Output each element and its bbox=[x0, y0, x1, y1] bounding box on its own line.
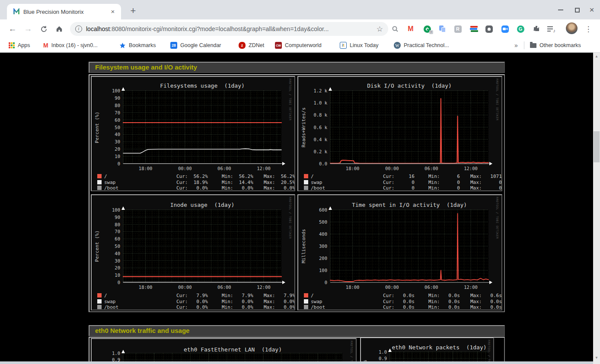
plot-svg bbox=[121, 86, 286, 165]
legend-stat-min: Min: 14.4% bbox=[222, 180, 253, 185]
voice-extension-icon[interactable]: ? bbox=[421, 23, 433, 35]
scrollbar-down-arrow[interactable]: ▼ bbox=[593, 355, 600, 361]
x-tick-label: 00:00 bbox=[379, 166, 405, 171]
profile-avatar[interactable] bbox=[566, 22, 578, 34]
legend-name: / bbox=[311, 174, 314, 179]
bookmark-apps[interactable]: Apps bbox=[9, 38, 30, 52]
legend-stat-cur: Cur: 18.9% bbox=[176, 180, 208, 185]
graph-panel-inode-usage[interactable]: Inode usage (1day)Percent (%)01020304050… bbox=[91, 194, 295, 310]
graph-panel-eth0-lan[interactable]: eth0 FastEthernet LAN (1day)1.00.90.80.7… bbox=[91, 338, 357, 364]
bookmark-bookmarks[interactable]: Bookmarks bbox=[119, 38, 156, 52]
y-tick-label: 0.6 k bbox=[303, 125, 327, 130]
copy-extension-icon[interactable] bbox=[437, 23, 448, 35]
graph-title: Filesystems usage (1day) bbox=[160, 82, 245, 89]
legend-color-box bbox=[304, 186, 308, 190]
video-camera-extension-icon[interactable] bbox=[499, 23, 511, 35]
rrdtool-watermark: RRDTOOL / TOBI OETIKER bbox=[495, 79, 499, 120]
window-maximize-button[interactable] bbox=[571, 5, 583, 15]
y-tick-label: 100 bbox=[96, 207, 120, 212]
y-tick-label: 40 bbox=[96, 132, 120, 137]
legend-name: /boot bbox=[311, 304, 325, 310]
tab-close-icon[interactable]: × bbox=[109, 8, 117, 16]
back-button[interactable]: ← bbox=[7, 23, 18, 35]
y-tick-label: 1.0 bbox=[363, 349, 387, 355]
magnifier-icon bbox=[391, 25, 399, 33]
legend-stat-max: Max: 0.6s bbox=[470, 293, 502, 298]
section-header-filesystem: Filesystem usage and I/O activity bbox=[89, 62, 505, 73]
page-info-icon[interactable]: i bbox=[75, 25, 82, 32]
bookmark-star-icon[interactable]: ☆ bbox=[377, 25, 383, 34]
x-tick-label: 18:00 bbox=[340, 285, 366, 290]
x-tick-label: 12:00 bbox=[458, 166, 484, 171]
legend-stat-max: Max: 1071 bbox=[470, 174, 502, 179]
extensions-puzzle-icon[interactable] bbox=[530, 23, 542, 35]
graph-panel-eth0-packets[interactable]: eth0 Network packets (1day)s/s1.00.90.80… bbox=[360, 337, 494, 364]
y-tick-label: 90 bbox=[96, 95, 120, 101]
scrollbar-up-arrow[interactable]: ▲ bbox=[593, 54, 600, 60]
url-bar[interactable]: i localhost:8080/monitorix-cgi/monitorix… bbox=[70, 22, 388, 36]
y-tick-label: 10 bbox=[96, 272, 120, 278]
x-tick-label: 18:00 bbox=[340, 166, 366, 171]
graph-panel-io-time[interactable]: Time spent in I/O activity (1day)Millise… bbox=[297, 194, 502, 310]
section-header-eth0: eth0 Network traffic and usage bbox=[89, 325, 505, 336]
graph-title: eth0 FastEthernet LAN (1day) bbox=[184, 346, 282, 353]
linux-today-icon: /t bbox=[340, 42, 347, 49]
legend-stat-cur: Cur: 0.0s bbox=[383, 299, 415, 304]
bookmark-google-calendar[interactable]: 28 Google Calendar bbox=[170, 38, 221, 52]
legend-stat-cur: Cur: 56.2% bbox=[176, 174, 208, 179]
library-extension-icon[interactable] bbox=[468, 23, 479, 35]
scrollbar-thumb[interactable] bbox=[594, 131, 600, 162]
graph-panel-disk-io-activity[interactable]: Disk I/O activity (1day)Reads+Writes/s0.… bbox=[297, 76, 502, 191]
legend-stat-min: Min: 7.9% bbox=[222, 293, 253, 298]
bookmarks-overflow-chevron[interactable]: » bbox=[514, 38, 518, 52]
gmail-extension-icon[interactable]: M bbox=[405, 23, 416, 35]
bookmark-computerworld[interactable]: CW Computerworld bbox=[275, 38, 322, 52]
new-tab-button[interactable]: + bbox=[127, 5, 139, 17]
bookmark-zdnet[interactable]: z ZDNet bbox=[239, 38, 264, 52]
y-tick-label: 0 bbox=[303, 280, 327, 285]
page-content: Filesystem usage and I/O activity Filesy… bbox=[0, 53, 600, 364]
reload-button[interactable] bbox=[38, 23, 49, 35]
home-button[interactable] bbox=[54, 23, 65, 35]
y-tick-label: 50 bbox=[96, 244, 120, 249]
legend-stat-max: Max: 0.0% bbox=[264, 185, 295, 191]
x-tick-label: 00:00 bbox=[379, 285, 405, 290]
reader-extension-icon[interactable]: R bbox=[452, 23, 463, 35]
window-minimize-button[interactable] bbox=[555, 5, 566, 15]
legend-name: swap bbox=[104, 180, 116, 185]
y-tick-label: 500 bbox=[303, 219, 327, 225]
url-host: localhost bbox=[86, 25, 110, 32]
bookmark-other-bookmarks[interactable]: Other bookmarks bbox=[530, 38, 581, 52]
browser-menu-icon[interactable]: ⋮ bbox=[584, 23, 593, 35]
x-tick-label: 06:00 bbox=[211, 166, 237, 171]
legend-stat-min: Min: 6 bbox=[428, 174, 460, 179]
y-tick-label: 200 bbox=[303, 256, 327, 261]
plot-svg bbox=[328, 86, 493, 165]
lamp-extension-icon[interactable] bbox=[483, 23, 495, 35]
legend-color-box bbox=[304, 305, 308, 309]
bookmark-linux-today[interactable]: /t Linux Today bbox=[340, 38, 379, 52]
graph-panel-filesystems-usage[interactable]: Filesystems usage (1day)Percent (%)01020… bbox=[91, 76, 295, 191]
forward-button[interactable]: → bbox=[22, 23, 34, 35]
vertical-scrollbar[interactable]: ▲ ▼ bbox=[593, 53, 600, 364]
y-tick-label: 80 bbox=[96, 103, 120, 108]
bookmark-inbox[interactable]: M Inbox (16) - sjvn0... bbox=[43, 38, 98, 52]
search-extension-icon[interactable] bbox=[389, 23, 401, 35]
legend-stat-min: Min: 56.2% bbox=[222, 174, 253, 179]
y-tick-label: 30 bbox=[96, 139, 120, 144]
plot-svg bbox=[121, 206, 286, 284]
y-tick-label: 1.0 k bbox=[303, 100, 327, 105]
x-tick-label: 12:00 bbox=[251, 166, 277, 171]
y-tick-label: 20 bbox=[96, 146, 120, 152]
window-close-button[interactable]: × bbox=[586, 5, 597, 15]
y-tick-label: 400 bbox=[303, 231, 327, 237]
legend-stat-min: Min: 0.0s bbox=[428, 304, 460, 310]
legend-stat-cur: Cur: 16 bbox=[383, 174, 415, 179]
bookmark-practical-technology[interactable]: W Practical Technol... bbox=[394, 38, 449, 52]
grammarly-extension-icon[interactable]: G bbox=[515, 23, 526, 35]
bookmarks-divider bbox=[524, 38, 524, 52]
playlist-extension-icon[interactable]: ♪ bbox=[546, 23, 557, 35]
graph-title: Inode usage (1day) bbox=[170, 202, 235, 208]
y-tick-label: 20 bbox=[96, 265, 120, 270]
browser-tab[interactable]: Blue Precision Monitorix × bbox=[7, 4, 121, 19]
